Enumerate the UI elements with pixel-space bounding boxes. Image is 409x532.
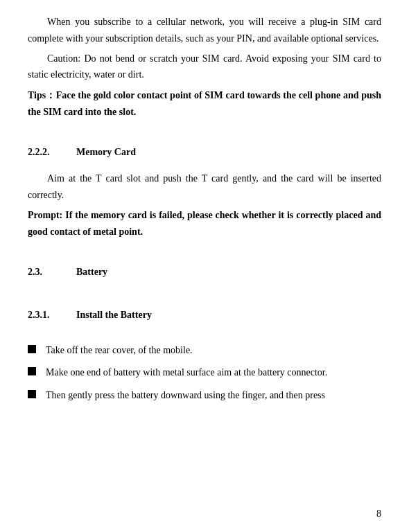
memory-card-prompt: Prompt: If the memory card is failed, pl… — [28, 207, 381, 240]
sim-intro-para1: When you subscribe to a cellular network… — [28, 14, 381, 47]
install-battery-header: 2.3.1. Install the Battery — [28, 310, 381, 321]
bullet-icon — [28, 390, 36, 398]
bullet-text-1: Take off the rear cover, of the mobile. — [46, 343, 193, 358]
list-item: Take off the rear cover, of the mobile. — [28, 343, 381, 358]
memory-card-para1: Aim at the T card slot and push the T ca… — [28, 170, 381, 204]
battery-number: 2.3. — [28, 267, 76, 278]
bullet-text-2: Make one end of battery with metal surfa… — [46, 365, 327, 380]
bullet-icon — [28, 345, 36, 353]
page-number: 8 — [376, 508, 381, 520]
page-container: When you subscribe to a cellular network… — [0, 0, 409, 532]
memory-card-number: 2.2.2. — [28, 147, 76, 158]
install-battery-number: 2.3.1. — [28, 310, 76, 321]
memory-card-title: Memory Card — [76, 147, 136, 158]
list-item: Make one end of battery with metal surfa… — [28, 365, 381, 380]
battery-header: 2.3. Battery — [28, 267, 381, 278]
bullet-icon — [28, 367, 36, 375]
sim-caution: Caution: Do not bend or scratch your SIM… — [28, 51, 381, 84]
bullet-text-3: Then gently press the battery downward u… — [46, 388, 325, 403]
memory-card-header: 2.2.2. Memory Card — [28, 147, 381, 158]
sim-tips: Tips：Face the gold color contact point o… — [28, 87, 381, 121]
install-battery-list: Take off the rear cover, of the mobile. … — [28, 343, 381, 403]
list-item: Then gently press the battery downward u… — [28, 388, 381, 403]
battery-title: Battery — [76, 267, 107, 278]
install-battery-title: Install the Battery — [76, 310, 152, 321]
